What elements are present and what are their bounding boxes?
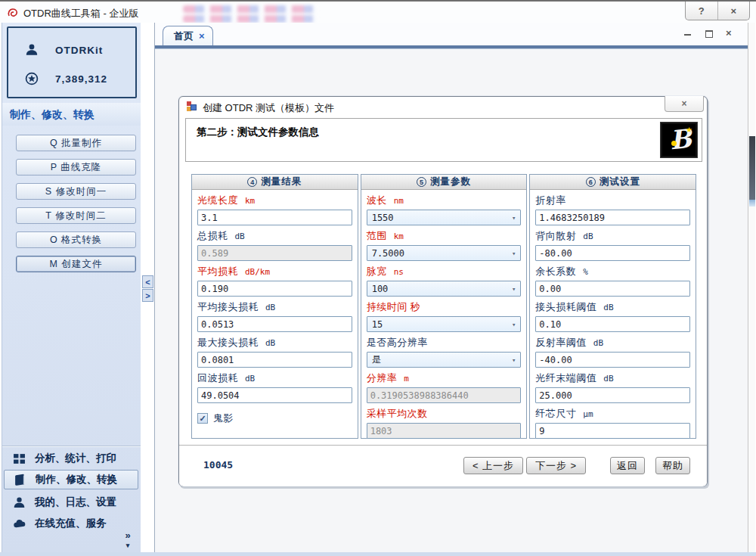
chevron-down-icon: ▾ xyxy=(126,542,130,549)
reflectance-threshold-label: 反射率阈值dB xyxy=(535,336,690,349)
child-close-button[interactable]: × xyxy=(726,30,734,37)
app-icon xyxy=(7,7,19,19)
group-number: 5 xyxy=(417,177,426,187)
range-select[interactable]: 7.5000▾ xyxy=(367,245,522,261)
nav-online-service[interactable]: 在线充值、服务 xyxy=(4,514,138,533)
sidebar-overflow-button[interactable]: » ▾ xyxy=(119,531,136,549)
divider xyxy=(2,446,141,447)
chevron-down-icon: ▾ xyxy=(512,285,516,293)
scrollbar-thumb[interactable] xyxy=(749,136,755,200)
return-button[interactable]: 返回 xyxy=(610,457,645,474)
group-title: 测量结果 xyxy=(261,175,302,188)
user-icon xyxy=(25,43,39,57)
pulse-width-select[interactable]: 100▾ xyxy=(367,281,522,297)
max-splice-loss-label: 最大接头损耗dB xyxy=(197,336,352,349)
help-button[interactable]: ? xyxy=(686,2,718,20)
next-button[interactable]: 下一步 > xyxy=(526,457,586,474)
duration-label: 持续时间 秒 xyxy=(367,300,522,314)
nav-analysis[interactable]: 分析、统计、打印 xyxy=(4,449,138,468)
close-button[interactable]: × xyxy=(718,2,750,20)
splitter-expand-button[interactable]: > xyxy=(142,289,153,302)
help-button-dialog[interactable]: 帮助 xyxy=(655,457,690,474)
app-title: OTDR曲线工具箱 - 企业版 xyxy=(23,7,138,20)
return-loss-label: 回波损耗dB xyxy=(197,371,352,385)
backscatter-input[interactable] xyxy=(535,245,690,261)
tab-close-icon[interactable]: × xyxy=(199,30,205,42)
group-title: 测试设置 xyxy=(600,175,640,188)
avg-splice-loss-label: 平均接头损耗dB xyxy=(197,300,352,314)
fiber-end-threshold-label: 光纤末端阈值dB xyxy=(535,371,690,385)
max-splice-loss-input[interactable] xyxy=(197,352,352,368)
group-measure-results: 4 测量结果 光缆长度km 总损耗dB 平均损耗dB/km 平均接头损耗dB 最… xyxy=(191,174,358,439)
modify-time-1-button[interactable]: S 修改时间一 xyxy=(16,183,136,200)
average-loss-label: 平均损耗dB/km xyxy=(197,265,352,278)
scrollbar-thumb-tail xyxy=(749,200,755,207)
create-file-button[interactable]: M 创建文件 xyxy=(16,256,136,272)
tab-bar xyxy=(155,45,748,49)
window-titlebar: OTDR曲线工具箱 - 企业版 ? × xyxy=(0,3,756,23)
curve-clone-button[interactable]: P 曲线克隆 xyxy=(16,159,136,175)
dialog-close-button[interactable]: × xyxy=(665,96,704,112)
refractive-index-input[interactable] xyxy=(535,210,690,225)
format-convert-button[interactable]: O 格式转换 xyxy=(16,231,136,248)
core-size-input[interactable] xyxy=(535,423,690,439)
step-title: 第二步：测试文件参数信息 xyxy=(197,126,319,139)
modify-time-2-button[interactable]: T 修改时间二 xyxy=(16,207,136,224)
splice-loss-threshold-input[interactable] xyxy=(535,316,690,332)
dialog-footer: 10045 < 上一步 下一步 > 返回 帮助 xyxy=(179,445,707,486)
cable-length-label: 光缆长度km xyxy=(197,194,352,207)
average-loss-input[interactable] xyxy=(197,281,352,297)
sidebar: OTDRKit 7,389,312 制作、修改、转换 Q 批量制作 P 曲线克隆… xyxy=(2,23,141,552)
dialog-titlebar: 创建 OTDR 测试（模板）文件 × xyxy=(179,97,707,116)
return-loss-input[interactable] xyxy=(197,387,352,403)
redacted-watermark xyxy=(183,15,318,23)
brand-logo: B ★ xyxy=(660,122,698,158)
chevron-down-icon: ▾ xyxy=(512,356,516,364)
ghost-checkbox-label: 鬼影 xyxy=(213,412,233,425)
excess-length-input[interactable] xyxy=(535,281,690,297)
total-loss-label: 总损耗dB xyxy=(197,229,352,243)
wavelength-select[interactable]: 1550▾ xyxy=(367,210,522,225)
chevron-down-icon: ▾ xyxy=(512,321,516,328)
group-test-settings: 6 测试设置 折射率 背向散射dB 余长系数% 接头损耗阈值dB 反射率阈值dB… xyxy=(529,174,696,439)
cable-length-input[interactable] xyxy=(197,210,352,225)
chevron-down-icon: ▾ xyxy=(512,250,516,257)
child-minimize-button[interactable] xyxy=(683,30,692,37)
avg-splice-loss-input[interactable] xyxy=(197,316,352,332)
back-button[interactable]: < 上一步 xyxy=(463,457,523,474)
coin-icon xyxy=(25,72,39,85)
batch-create-button[interactable]: Q 批量制作 xyxy=(16,135,136,151)
range-label: 范围km xyxy=(367,229,522,243)
high-resolution-select[interactable]: 是▾ xyxy=(367,352,522,368)
redacted-watermark xyxy=(183,5,318,13)
check-icon: ✓ xyxy=(199,414,206,424)
refractive-index-label: 折射率 xyxy=(535,194,690,207)
dialog-title: 创建 OTDR 测试（模板）文件 xyxy=(203,101,334,115)
core-size-label: 纤芯尺寸μm xyxy=(535,407,690,421)
person-icon xyxy=(13,496,26,509)
user-panel: OTDRKit 7,389,312 xyxy=(7,26,137,98)
form-icon xyxy=(187,101,197,111)
group-title: 测量参数 xyxy=(430,175,471,188)
grid-icon xyxy=(13,452,26,465)
star-icon: ★ xyxy=(686,126,692,134)
child-restore-button[interactable] xyxy=(705,30,713,37)
splitter-collapse-button[interactable]: < xyxy=(142,275,153,288)
wavelength-label: 波长nm xyxy=(367,194,522,207)
status-code: 10045 xyxy=(203,459,233,471)
duration-select[interactable]: 15▾ xyxy=(367,316,522,332)
fiber-end-threshold-input[interactable] xyxy=(535,387,690,403)
reflectance-threshold-input[interactable] xyxy=(535,352,690,368)
user-name: OTDRKit xyxy=(55,45,103,56)
nav-create-modify[interactable]: 制作、修改、转换 xyxy=(4,470,138,489)
splice-loss-threshold-label: 接头损耗阈值dB xyxy=(535,300,690,314)
tab-home[interactable]: 首页 × xyxy=(163,26,213,45)
create-otdr-file-dialog: 创建 OTDR 测试（模板）文件 × 第二步：测试文件参数信息 B ★ 4 测量… xyxy=(178,96,708,486)
ghost-checkbox[interactable]: ✓ xyxy=(197,413,208,424)
pulse-width-label: 脉宽ns xyxy=(367,265,522,278)
high-resolution-label: 是否高分辨率 xyxy=(367,336,522,349)
group-measure-params: 5 测量参数 波长nm 1550▾ 范围km 7.5000▾ 脉宽ns 100▾… xyxy=(361,174,528,439)
step-header-panel: 第二步：测试文件参数信息 B ★ xyxy=(185,118,702,162)
nav-my-settings[interactable]: 我的、日志、设置 xyxy=(4,492,138,512)
vertical-scrollbar[interactable] xyxy=(748,23,755,552)
